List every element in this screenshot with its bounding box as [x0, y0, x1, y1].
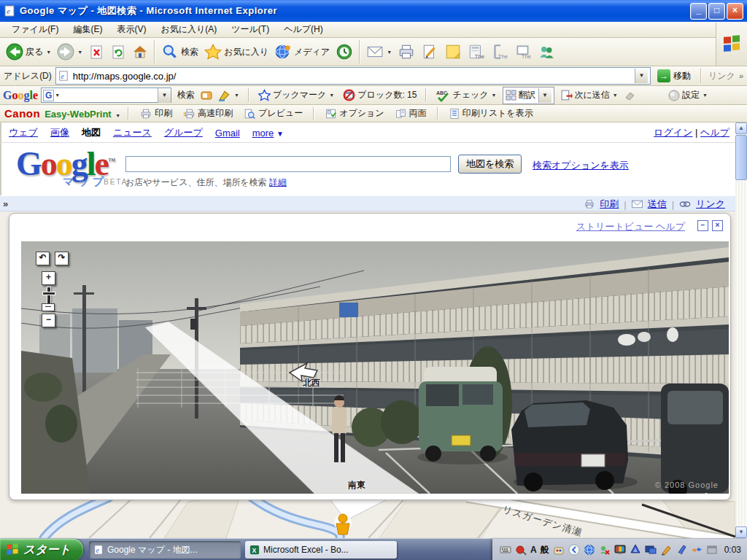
menu-file[interactable]: ファイル(F)	[4, 21, 66, 38]
send-to-button[interactable]: 次に送信▼	[557, 88, 621, 103]
display-color-icon[interactable]	[614, 544, 626, 556]
combo-dropdown-button[interactable]: ▼	[158, 88, 171, 103]
menu-favorites[interactable]: お気に入り(A)	[153, 21, 224, 38]
canon-preview-button[interactable]: プレビュー	[240, 106, 306, 121]
dual-monitor-icon[interactable]	[645, 544, 657, 556]
details-link[interactable]: 詳細	[269, 177, 287, 187]
canon-fast-print-button[interactable]: 高速印刷	[179, 106, 236, 121]
menu-help[interactable]: ヘルプ(H)	[276, 21, 330, 38]
url-field[interactable]	[71, 70, 632, 82]
eraser-icon[interactable]	[624, 90, 635, 101]
bookmarks-button[interactable]: ブックマーク▼	[255, 88, 337, 103]
address-input[interactable]: e ▼	[55, 67, 651, 85]
map-search-button[interactable]: 地図を検索	[458, 155, 522, 174]
pegman[interactable]	[338, 514, 347, 523]
canon-duplex-button[interactable]: 両面	[392, 106, 430, 121]
compass-forward-label[interactable]: 北西	[303, 377, 320, 389]
go-button[interactable]: → 移動	[654, 69, 694, 83]
send-link[interactable]: 送信	[648, 198, 667, 211]
favorites-button[interactable]: お気に入り	[201, 42, 271, 62]
maximize-button[interactable]: □	[708, 3, 725, 20]
google-search-combo[interactable]: G ▼ ▼	[41, 88, 171, 103]
start-button[interactable]: スタート	[0, 539, 83, 560]
forward-button[interactable]: ▼	[54, 42, 85, 62]
messenger-status-icon[interactable]	[599, 544, 611, 556]
panel-minimize-button[interactable]: −	[697, 220, 708, 231]
sync-hands-icon[interactable]	[691, 544, 703, 556]
vertical-scrollbar[interactable]: ▲ ▼	[735, 122, 747, 538]
search-options-link[interactable]: 検索オプションを表示	[533, 159, 629, 172]
login-link[interactable]: ログイン	[654, 127, 692, 138]
scroll-thumb[interactable]	[735, 135, 747, 180]
task-google-maps[interactable]: e Google マップ - 地図...	[89, 541, 241, 559]
network-globe-icon[interactable]	[584, 544, 595, 556]
canon-options-button[interactable]: オプション	[322, 106, 387, 121]
scroll-down-button[interactable]: ▼	[735, 526, 747, 538]
collapse-tray-chevron[interactable]	[568, 544, 580, 556]
links-label[interactable]: リンク	[708, 70, 735, 82]
minimize-button[interactable]: _	[690, 3, 707, 20]
popup-blocker-button[interactable]: ブロック数: 15	[340, 88, 419, 103]
tab-groups[interactable]: グループ	[164, 126, 203, 139]
pointing-device-icon[interactable]	[515, 544, 527, 556]
ime-language-indicator[interactable]: A	[530, 545, 537, 555]
address-dropdown-button[interactable]: ▼	[635, 69, 648, 83]
sidebar-collapse-chevron[interactable]: »	[3, 198, 8, 209]
streetview-help-link[interactable]: ストリートビュー ヘルプ	[576, 220, 685, 233]
history-button[interactable]	[333, 42, 356, 62]
news-card-icon[interactable]	[201, 90, 212, 101]
panel-close-button[interactable]: ×	[712, 220, 723, 231]
map-search-input[interactable]	[125, 156, 451, 172]
the-button-3[interactable]: The	[511, 42, 535, 62]
compass-back-label[interactable]: 南東	[348, 479, 365, 491]
graphics-utility-icon[interactable]	[630, 544, 641, 556]
zoom-out-button[interactable]: −	[42, 314, 55, 327]
pen-tablet-icon[interactable]	[676, 544, 687, 556]
ime-mode-indicator[interactable]: 般	[541, 544, 549, 556]
tab-gmail[interactable]: Gmail	[215, 128, 240, 139]
sticky-note-button[interactable]	[441, 42, 465, 62]
translate-dropdown[interactable]: ▼	[538, 88, 551, 103]
canon-product-button[interactable]: Easy-WebPrint ▼	[44, 107, 120, 120]
tab-images[interactable]: 画像	[50, 126, 69, 139]
stop-button[interactable]	[85, 42, 107, 61]
messenger-button[interactable]	[535, 42, 558, 62]
ime-pad-icon[interactable]	[553, 544, 565, 556]
task-excel[interactable]: X Microsoft Excel - Bo...	[245, 541, 397, 559]
app-window-icon[interactable]	[706, 544, 718, 556]
mail-button[interactable]: ▼	[363, 42, 395, 62]
rotate-right-button[interactable]: ↷	[55, 252, 69, 265]
print-link[interactable]: 印刷	[600, 198, 619, 211]
streetview-photo[interactable]: ↶ ↷ + − 北西 南東 © 2008 Google	[21, 241, 729, 494]
rotate-left-button[interactable]: ↶	[36, 252, 50, 265]
media-button[interactable]: メディア	[271, 42, 333, 62]
link-link[interactable]: リンク	[696, 198, 725, 211]
pencil-icon[interactable]	[660, 544, 672, 556]
scroll-up-button[interactable]: ▲	[735, 122, 747, 134]
refresh-button[interactable]	[107, 42, 129, 61]
tab-web[interactable]: ウェブ	[9, 126, 38, 139]
home-button[interactable]	[129, 42, 151, 61]
the-button-2[interactable]: The	[488, 42, 511, 62]
tab-more[interactable]: more ▼	[252, 128, 284, 139]
help-link[interactable]: ヘルプ	[700, 127, 729, 138]
links-chevron[interactable]: »	[739, 71, 743, 80]
canon-print-list-button[interactable]: 印刷リストを表示	[446, 106, 536, 121]
the-button-1[interactable]: The	[465, 42, 488, 62]
settings-button[interactable]: 設定▼	[665, 88, 711, 103]
edit-button[interactable]	[418, 42, 441, 62]
search-button[interactable]: 検索	[158, 42, 201, 62]
highlighter-button[interactable]: ▼	[215, 88, 242, 104]
print-button[interactable]	[395, 42, 418, 62]
close-button[interactable]: ×	[727, 3, 743, 20]
translate-button[interactable]: 翻訳 ▼	[503, 87, 554, 104]
menu-edit[interactable]: 編集(E)	[66, 21, 109, 38]
canon-print-button[interactable]: 印刷	[136, 106, 175, 121]
menu-tools[interactable]: ツール(T)	[224, 21, 276, 38]
tab-news[interactable]: ニュース	[113, 126, 152, 139]
spellcheck-button[interactable]: ABC チェック▼	[433, 88, 499, 104]
back-button[interactable]: 戻る▼	[3, 42, 54, 62]
keyboard-icon[interactable]	[500, 544, 511, 556]
zoom-in-button[interactable]: +	[42, 271, 55, 285]
gtoolbar-search-button[interactable]: 検索	[174, 88, 198, 103]
